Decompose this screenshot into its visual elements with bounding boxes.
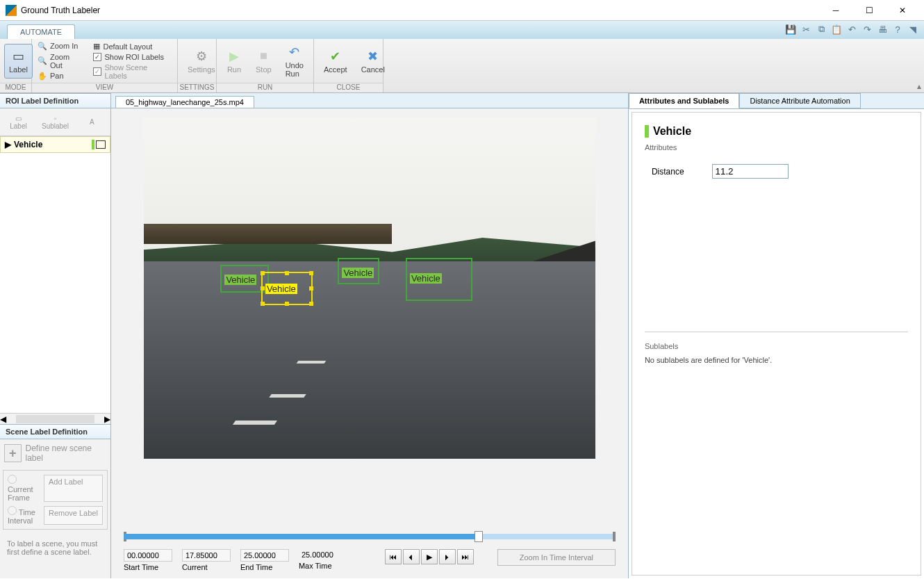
scroll-right-icon[interactable]: ▶ [104, 414, 110, 424]
zoom-in-button[interactable]: 🔍Zoom In [36, 41, 85, 51]
group-footer-close: CLOSE [314, 83, 383, 92]
print-icon[interactable]: 🖶 [875, 22, 889, 36]
time-interval-radio[interactable]: Time Interval [8, 506, 40, 525]
cancel-button[interactable]: ✖Cancel [356, 46, 390, 76]
end-time-input[interactable] [240, 549, 289, 562]
step-back-button[interactable]: ⏴ [403, 549, 420, 564]
paste-icon[interactable]: 📋 [830, 22, 843, 36]
redo-icon[interactable]: ↷ [860, 22, 874, 36]
current-frame-radio[interactable]: Current Frame [8, 475, 40, 502]
group-footer-settings: SETTINGS [178, 83, 216, 92]
video-viewer[interactable]: Vehicle Vehicle Vehicle Vehicle [111, 108, 628, 523]
copy-icon[interactable]: ⧉ [814, 22, 828, 36]
tab-distance-automation[interactable]: Distance Attribute Automation [739, 93, 860, 108]
label-mode-button[interactable]: ▭ Label [4, 44, 33, 79]
remove-scene-label-button[interactable]: Remove Label [44, 506, 103, 525]
options-icon[interactable]: ◥ [906, 22, 920, 36]
zoom-time-interval-button[interactable]: Zoom In Time Interval [497, 549, 616, 566]
distance-input[interactable] [712, 164, 789, 179]
attributes-section-label: Attributes [645, 143, 908, 152]
tab-automate[interactable]: AUTOMATE [7, 24, 75, 39]
add-label-button[interactable]: ▭Label [0, 115, 37, 130]
undo-icon[interactable]: ↶ [845, 22, 859, 36]
start-time-label: Start Time [124, 563, 172, 571]
roi-item-vehicle[interactable]: ▶ Vehicle [0, 136, 110, 153]
play-button[interactable]: ▶ [421, 549, 438, 564]
new-scene-label-text: Define new scene label [26, 443, 106, 463]
current-time-input[interactable] [182, 549, 231, 562]
goto-start-button[interactable]: ⏮ [385, 549, 402, 564]
help-icon[interactable]: ? [891, 22, 905, 36]
rectangle-icon: ▭ [10, 49, 26, 64]
quick-access-bar: 💾 ✂ ⧉ 📋 ↶ ↷ 🖶 ? ◥ [784, 22, 920, 36]
timeline-area: Start Time Current End Time 25.00000Max … [111, 523, 628, 578]
group-footer-run: RUN [217, 83, 313, 92]
default-layout-button[interactable]: ▦Default Layout [92, 41, 173, 51]
maximize-button[interactable]: ☐ [853, 1, 885, 20]
sublabels-message: No sublabels are defined for 'Vehicle'. [645, 356, 908, 364]
save-icon[interactable]: 💾 [784, 22, 798, 36]
tabstrip: AUTOMATE 💾 ✂ ⧉ 📋 ↶ ↷ 🖶 ? ◥ [0, 21, 924, 39]
minimize-button[interactable]: ─ [820, 1, 852, 20]
rectangle-icon [96, 140, 106, 149]
toolstrip: ▭ Label MODE 🔍Zoom In 🔍Zoom Out ✋Pan ▦De… [0, 39, 924, 93]
stop-button[interactable]: ■Stop [250, 46, 277, 76]
stop-icon: ■ [256, 49, 271, 64]
titlebar: Ground Truth Labeler ─ ☐ ✕ [0, 0, 924, 21]
end-time-label: End Time [240, 563, 289, 571]
start-time-input[interactable] [124, 549, 172, 562]
add-attribute-button[interactable]: A [74, 118, 110, 126]
expand-toolstrip-icon[interactable]: ▴ [917, 81, 921, 91]
settings-button[interactable]: ⚙ Settings [182, 46, 221, 76]
group-footer-view: VIEW [32, 83, 177, 92]
layout-icon: ▦ [93, 42, 100, 51]
selected-label-title: Vehicle [645, 125, 908, 138]
video-tab[interactable]: 05_highway_lanechange_25s.mp4 [115, 96, 254, 108]
attributes-panel: Vehicle Attributes Distance Sublabels No… [632, 112, 921, 576]
main-area: ROI Label Definition ▭Label ▫Sublabel A … [0, 93, 924, 578]
pan-button[interactable]: ✋Pan [36, 71, 85, 81]
cut-icon[interactable]: ✂ [799, 22, 813, 36]
label-icon: ▭ [15, 115, 22, 122]
center-column: 05_highway_lanechange_25s.mp4 Vehicle Ve… [111, 93, 628, 578]
play-icon: ▶ [226, 49, 242, 64]
bbox-vehicle[interactable]: Vehicle [406, 258, 472, 301]
sublabels-section-label: Sublabels [645, 342, 908, 350]
accept-button[interactable]: ✔Accept [318, 46, 353, 76]
goto-end-button[interactable]: ⏭ [457, 549, 474, 564]
zoom-out-button[interactable]: 🔍Zoom Out [36, 52, 85, 70]
timeline-slider[interactable] [124, 534, 616, 539]
run-button[interactable]: ▶Run [221, 46, 247, 76]
bbox-vehicle[interactable]: Vehicle [338, 258, 379, 284]
right-column: Attributes and Sublabels Distance Attrib… [628, 93, 924, 578]
step-forward-button[interactable]: ⏵ [439, 549, 456, 564]
roi-hscrollbar[interactable]: ◀▶ [0, 413, 110, 424]
scroll-left-icon[interactable]: ◀ [0, 414, 6, 424]
close-button[interactable]: ✕ [886, 1, 918, 20]
add-sublabel-button[interactable]: ▫Sublabel [37, 115, 74, 130]
distance-label: Distance [652, 167, 684, 177]
expand-arrow-icon[interactable]: ▶ [5, 140, 11, 149]
sublabel-icon: ▫ [54, 115, 57, 122]
check-icon: ✔ [328, 49, 343, 64]
play-controls: ⏮ ⏴ ▶ ⏵ ⏭ [385, 549, 474, 564]
scene-panel: + Define new scene label Current Frame A… [0, 439, 110, 578]
scene-mode-box: Current Frame Add Label Time Interval Re… [3, 470, 108, 530]
slider-thumb[interactable] [475, 531, 483, 542]
roi-item-label: Vehicle [14, 140, 42, 149]
attribute-icon: A [90, 118, 94, 126]
show-roi-checkbox[interactable]: ✓Show ROI Labels [92, 52, 173, 62]
checkbox-icon: ✓ [93, 67, 101, 76]
pan-icon: ✋ [38, 72, 47, 81]
group-footer-mode: MODE [0, 83, 31, 92]
bbox-vehicle-selected[interactable]: Vehicle [261, 272, 313, 305]
app-icon [6, 5, 17, 16]
show-scene-checkbox[interactable]: ✓Show Scene Labels [92, 63, 173, 81]
undo-run-button[interactable]: ↶Undo Run [280, 42, 309, 81]
add-scene-label-button[interactable]: Add Label [44, 475, 103, 502]
new-scene-label-button[interactable]: + [4, 444, 22, 462]
tab-attributes[interactable]: Attributes and Sublabels [629, 93, 740, 108]
roi-panel-title: ROI Label Definition [0, 93, 110, 108]
color-swatch [92, 140, 94, 149]
zoom-out-icon: 🔍 [38, 56, 47, 65]
